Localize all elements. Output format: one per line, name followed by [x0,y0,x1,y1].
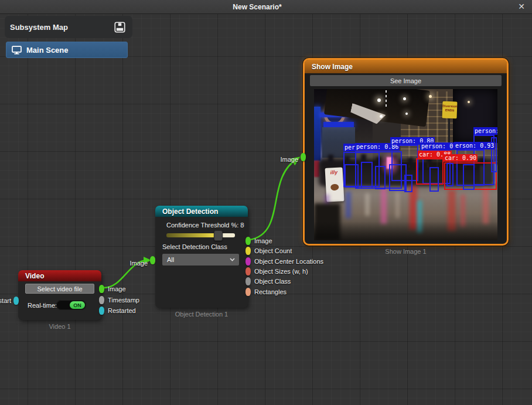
scene-reflection [381,188,387,224]
detection-label: per [343,144,356,151]
node-object-detection-header[interactable]: Object Detection [155,206,248,217]
image-preview: Diversion ENDS illy [314,89,497,240]
input-port-restart[interactable]: Restart [13,297,19,305]
input-port-image-show[interactable]: Image [301,153,306,161]
detection-class-dropdown[interactable]: All [162,254,239,266]
output-port[interactable]: Rectangles [245,287,323,297]
port-dot[interactable] [99,296,104,304]
detection-box-person [375,166,386,189]
port-label: Object Sizes (w, h) [254,268,308,275]
output-port[interactable]: Object Count [245,246,323,256]
window-titlebar[interactable]: New Scenario* ✕ [0,0,532,14]
output-port[interactable]: Object Center Locations [245,256,323,266]
port-dot[interactable] [245,237,251,245]
save-button[interactable] [113,21,126,33]
port-label: Image [108,285,126,292]
port-label: Object Center Locations [254,258,323,265]
chevron-down-icon [230,258,235,261]
confidence-threshold-label: Confidence Threshold %: 80 [166,222,244,229]
port-dot[interactable] [245,288,251,296]
confidence-slider[interactable] [166,233,235,237]
scene-lamp [429,95,432,98]
detection-output-ports: ImageObject CountObject Center Locations… [245,236,323,297]
window-title: New Scenario* [233,3,281,11]
port-dot[interactable] [150,256,155,264]
port-dot[interactable] [301,153,306,161]
port-label: Image [129,260,148,267]
port-label: Object Class [254,278,291,285]
video-output-ports: ImageTimestampRestarted [99,284,139,316]
port-dot[interactable] [245,257,251,266]
slider-handle[interactable] [214,230,223,241]
scene-lamp [405,113,408,115]
port-dot[interactable] [99,307,104,315]
dropdown-value: All [167,256,230,263]
node-caption-show-image: Show Image 1 [303,248,509,255]
toggle-on-knob[interactable]: ON [70,301,85,309]
output-port[interactable]: Image [99,284,139,295]
detection-box-person [404,175,412,192]
subsystem-map-panel: Subsystem Map [5,16,132,38]
close-icon[interactable]: ✕ [516,1,527,12]
sign-text-line2: ENDS [445,108,454,113]
port-label: Restarted [108,307,136,314]
scene-diversion-sign: Diversion ENDS [442,101,458,119]
output-port[interactable]: Timestamp [99,295,139,306]
board-text: illy [325,169,343,176]
board-cup [330,184,339,191]
node-object-detection[interactable]: Object Detection Confidence Threshold %:… [155,206,248,308]
see-image-button[interactable]: See Image [310,75,502,86]
port-dot[interactable] [245,247,251,255]
port-dot[interactable] [13,297,19,305]
select-video-file-button[interactable]: Select video file [25,284,94,294]
scene-underground-sign [323,122,354,127]
node-caption-object-detection: Object Detection 1 [155,311,248,318]
save-icon [114,22,125,33]
sidebar-item-label: Main Scene [26,46,69,55]
output-port[interactable]: Restarted [99,305,139,316]
port-dot[interactable] [99,285,104,293]
node-title: Object Detection [162,207,218,216]
scene-reflection [483,188,489,224]
node-title: Show Image [312,63,353,71]
sign-text-line1: Diversion [442,104,457,108]
node-show-image[interactable]: Show Image See Image [303,58,509,246]
scene-crowd-heads [328,155,333,162]
realtime-label: Real-time: [28,302,57,309]
port-dot[interactable] [245,277,251,285]
scene-lamp [380,115,383,118]
application-window: New Scenario* ✕ Subsystem Map Main Scene… [0,0,532,405]
port-label: Timestamp [108,297,139,304]
input-port-image-detection[interactable]: Image [150,256,155,264]
subsystem-map-title: Subsystem Map [10,23,113,32]
scene-reflection [366,193,369,216]
scene-dashed-pole [386,89,387,107]
detection-label: car: 0.90 [444,154,478,162]
detection-box-person [361,162,373,189]
realtime-toggle[interactable]: ON [56,300,86,310]
detection-class-label: Select Detection Class [162,243,227,250]
monitor-icon [12,46,22,55]
node-title: Video [25,272,44,280]
port-dot[interactable] [245,267,251,275]
scene-vignette [314,222,497,240]
detection-box-person [429,167,439,192]
output-port[interactable]: Object Sizes (w, h) [245,266,323,276]
node-show-image-header[interactable]: Show Image [305,60,507,73]
scene-reflection [396,192,399,218]
scene-reflection [346,192,351,218]
output-port[interactable]: Object Class [245,277,323,287]
port-label: Image [280,156,298,163]
port-label: Image [254,237,272,244]
sidebar-item-main-scene[interactable]: Main Scene [6,42,128,58]
port-label: Restart [0,297,11,304]
detection-box-person [345,164,359,188]
output-port[interactable]: Image [245,236,323,246]
port-label: Rectangles [254,288,287,295]
detection-label: erson: 0.93 [454,142,495,149]
detection-box-person [446,163,453,186]
detection-box-person [463,164,475,190]
scene-lamp [403,97,406,100]
node-video-header[interactable]: Video [18,270,101,281]
node-video[interactable]: Video Select video file Real-time: ON [18,270,101,320]
